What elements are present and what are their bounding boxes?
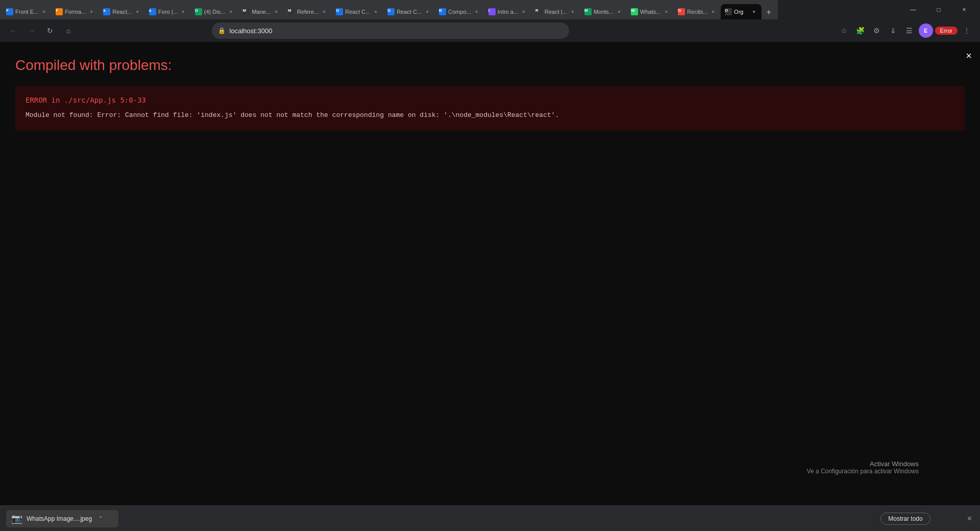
tab-close-1[interactable]: ×	[40, 8, 47, 15]
tab-title-12: React |...	[545, 9, 567, 15]
tab-title-9: React C...	[397, 9, 422, 15]
tab-bar-wrapper: FFront E...×FForma...×aReact...×aForo |.…	[0, 0, 980, 19]
tab-close-5[interactable]: ×	[227, 8, 234, 15]
tab-title-7: Refere...	[297, 9, 318, 15]
error-box: ERROR in ./src/App.js 5:0-33 Module not …	[15, 86, 965, 131]
tab-13[interactable]: MMonts...×	[580, 4, 627, 19]
extension-puzzle-button[interactable]: 🧩	[853, 23, 868, 38]
extension-button[interactable]: ⚙	[870, 23, 884, 38]
tab-close-9[interactable]: ×	[424, 8, 431, 15]
tab-title-6: Mane...	[252, 9, 271, 15]
error-location: ERROR in ./src/App.js 5:0-33	[26, 96, 954, 104]
tab-favicon-11: I	[488, 8, 496, 15]
tab-favicon-15: G	[678, 8, 685, 15]
tab-title-1: Front E...	[15, 9, 38, 15]
error-overlay: × Compiled with problems: ERROR in ./src…	[0, 42, 980, 505]
extensions-mgr-button[interactable]: ☰	[902, 23, 917, 38]
activate-windows-sub: Ve a Configuración para activar Windows	[807, 468, 919, 475]
toolbar-right: ☆ 🧩 ⚙ ⇓ ☰ E Error ⋮	[837, 23, 974, 38]
tab-title-8: React C...	[345, 9, 370, 15]
activate-windows-title: Activar Windows	[807, 460, 919, 468]
tab-favicon-6: M	[242, 8, 250, 15]
tab-1[interactable]: FFront E...×	[2, 4, 52, 19]
tab-16[interactable]: OOrg×	[721, 4, 762, 19]
window-controls: — □ ×	[897, 2, 980, 17]
download-chevron-icon[interactable]: ⌃	[98, 515, 103, 522]
reload-button[interactable]: ↻	[43, 23, 57, 38]
download-file-icon: 📷	[11, 513, 22, 524]
tab-8[interactable]: GReact C...×	[332, 4, 383, 19]
tab-7[interactable]: MRefere...×	[284, 4, 332, 19]
close-download-bar-button[interactable]: ×	[965, 512, 974, 525]
tab-title-4: Foro |...	[158, 9, 178, 15]
tab-title-11: Intro a...	[498, 9, 518, 15]
tab-favicon-3: a	[103, 8, 110, 15]
tab-favicon-1: F	[6, 8, 13, 15]
forward-button[interactable]: →	[24, 23, 39, 38]
minimize-button[interactable]: —	[901, 2, 925, 17]
tab-title-10: Compo...	[448, 9, 471, 15]
menu-button[interactable]: ⋮	[960, 23, 974, 38]
tab-title-14: Whats...	[640, 9, 660, 15]
error-message: Module not found: Error: Cannot find fil…	[26, 110, 954, 120]
tab-14[interactable]: WWhats...×	[627, 4, 674, 19]
profile-button[interactable]: E	[919, 23, 933, 38]
tab-10[interactable]: BCompo...×	[435, 4, 484, 19]
tab-favicon-14: W	[631, 8, 638, 15]
tab-close-6[interactable]: ×	[273, 8, 280, 15]
tab-6[interactable]: MMane...×	[238, 4, 284, 19]
tab-close-10[interactable]: ×	[473, 8, 480, 15]
tab-3[interactable]: aReact...×	[99, 4, 145, 19]
download-bar: 📷 WhatsApp Image....jpeg ⌃ Mostrar todo …	[0, 505, 980, 531]
maximize-button[interactable]: □	[927, 2, 950, 17]
bookmark-button[interactable]: ☆	[837, 23, 851, 38]
tab-9[interactable]: GReact C...×	[383, 4, 435, 19]
tab-close-7[interactable]: ×	[321, 8, 328, 15]
tab-close-11[interactable]: ×	[520, 8, 527, 15]
close-overlay-button[interactable]: ×	[966, 50, 972, 62]
tab-title-3: React...	[112, 9, 132, 15]
tab-close-16[interactable]: ×	[750, 8, 757, 15]
tab-favicon-10: B	[439, 8, 446, 15]
tab-4[interactable]: aForo |...×	[145, 4, 191, 19]
tab-title-2: Forma...	[65, 9, 86, 15]
tab-close-4[interactable]: ×	[180, 8, 187, 15]
download-filename: WhatsApp Image....jpeg	[27, 515, 92, 522]
tab-close-14[interactable]: ×	[663, 8, 670, 15]
error-label-button[interactable]: Error	[935, 27, 958, 35]
tab-favicon-16: O	[725, 8, 732, 15]
tab-12[interactable]: RReact |...×	[531, 4, 580, 19]
tab-bar: FFront E...×FForma...×aReact...×aForo |.…	[0, 0, 778, 19]
tab-favicon-13: M	[584, 8, 592, 15]
tab-title-16: Org	[734, 9, 748, 15]
show-all-button[interactable]: Mostrar todo	[880, 513, 930, 525]
back-button[interactable]: ←	[6, 23, 20, 38]
close-window-button[interactable]: ×	[952, 2, 976, 17]
tab-close-3[interactable]: ×	[134, 8, 141, 15]
lock-icon: 🔒	[218, 27, 226, 34]
tab-close-15[interactable]: ×	[709, 8, 717, 15]
tab-favicon-12: R	[535, 8, 543, 15]
compiled-title: Compiled with problems:	[15, 57, 965, 74]
tab-2[interactable]: FForma...×	[52, 4, 99, 19]
tab-close-2[interactable]: ×	[88, 8, 95, 15]
tab-favicon-9: G	[387, 8, 395, 15]
url-bar[interactable]: 🔒 localhost:3000	[212, 22, 569, 39]
tab-favicon-5: G	[195, 8, 202, 15]
tab-favicon-7: M	[288, 8, 295, 15]
tab-close-13[interactable]: ×	[616, 8, 623, 15]
tab-favicon-2: F	[56, 8, 63, 15]
tab-favicon-8: G	[336, 8, 343, 15]
tab-5[interactable]: G(4) Dis...×	[191, 4, 239, 19]
tab-close-8[interactable]: ×	[372, 8, 379, 15]
tab-11[interactable]: IIntro a...×	[484, 4, 531, 19]
home-button[interactable]: ⌂	[61, 23, 76, 38]
tab-title-13: Monts...	[594, 9, 614, 15]
tab-title-5: (4) Dis...	[204, 9, 226, 15]
tab-15[interactable]: GRecibi...×	[674, 4, 721, 19]
new-tab-button[interactable]: +	[762, 5, 776, 19]
address-bar: ← → ↻ ⌂ 🔒 localhost:3000 ☆ 🧩 ⚙ ⇓ ☰ E Err…	[0, 19, 980, 42]
downloads-button[interactable]: ⇓	[886, 23, 900, 38]
url-text: localhost:3000	[230, 27, 273, 35]
tab-close-12[interactable]: ×	[569, 8, 576, 15]
